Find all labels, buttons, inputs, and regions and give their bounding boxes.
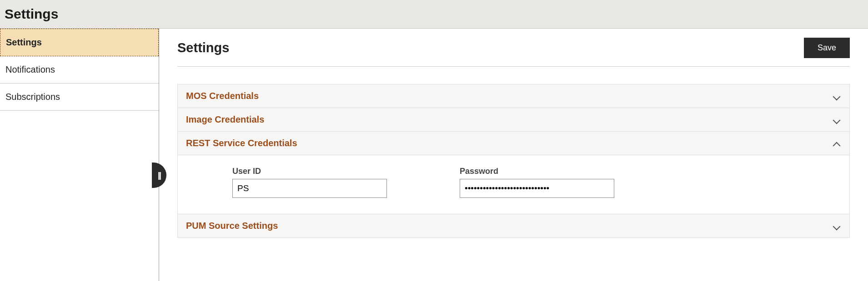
main-header: Settings Save <box>177 38 850 67</box>
section-mos-credentials[interactable]: MOS Credentials <box>178 84 849 108</box>
sidebar: Settings Notifications Subscriptions <box>0 29 159 281</box>
section-title: MOS Credentials <box>186 91 259 101</box>
password-label: Password <box>460 167 614 176</box>
main-content: Settings Save MOS Credentials Image Cred… <box>159 29 868 281</box>
sidebar-item-notifications[interactable]: Notifications <box>0 56 159 84</box>
section-rest-credentials[interactable]: REST Service Credentials <box>178 132 849 155</box>
section-title: REST Service Credentials <box>186 138 297 148</box>
sidebar-item-label: Subscriptions <box>5 92 60 102</box>
sidebar-item-label: Notifications <box>5 64 55 74</box>
settings-accordion: MOS Credentials Image Credentials REST S… <box>177 84 850 238</box>
layout: Settings Notifications Subscriptions || … <box>0 29 868 281</box>
password-group: Password <box>460 167 614 198</box>
chevron-up-icon <box>832 139 841 148</box>
user-id-label: User ID <box>232 167 387 176</box>
rest-credentials-body: User ID Password <box>178 155 849 214</box>
collapse-icon: || <box>158 171 161 180</box>
user-id-group: User ID <box>232 167 387 198</box>
top-bar: Settings <box>0 0 868 29</box>
chevron-down-icon <box>832 115 841 124</box>
section-title: Image Credentials <box>186 114 264 125</box>
chevron-down-icon <box>832 92 841 101</box>
page-title: Settings <box>5 6 863 22</box>
chevron-down-icon <box>832 222 841 231</box>
save-button[interactable]: Save <box>804 38 850 58</box>
sidebar-item-settings[interactable]: Settings <box>0 29 159 56</box>
section-image-credentials[interactable]: Image Credentials <box>178 108 849 132</box>
sidebar-item-subscriptions[interactable]: Subscriptions <box>0 84 159 111</box>
section-pum-settings[interactable]: PUM Source Settings <box>178 214 849 237</box>
section-title: PUM Source Settings <box>186 221 278 231</box>
password-input[interactable] <box>460 179 614 198</box>
content-title: Settings <box>177 40 229 55</box>
user-id-input[interactable] <box>232 179 387 198</box>
sidebar-item-label: Settings <box>6 37 42 47</box>
